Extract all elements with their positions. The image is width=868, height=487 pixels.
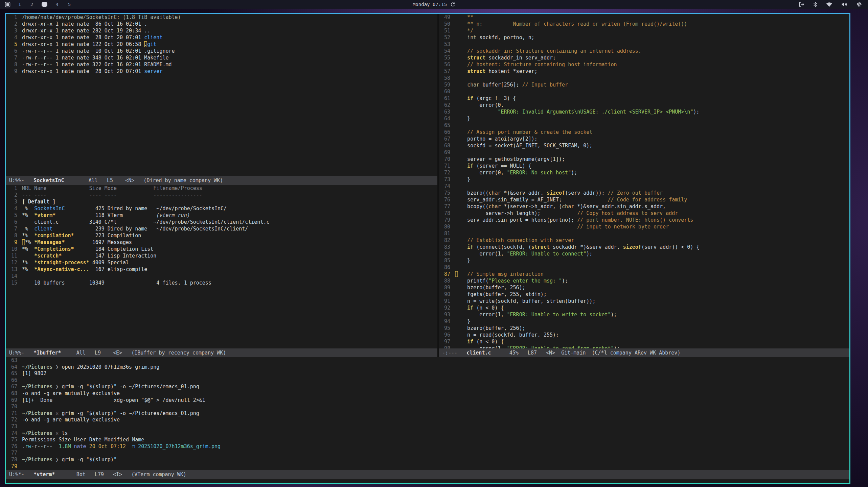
bluetooth-icon[interactable]	[813, 2, 817, 7]
buffer-line[interactable]: 64~/Pictures ❯ open 20251020_07h12m36s_g…	[6, 364, 849, 371]
buffer-line[interactable]: 3drwxr-xr-x 1 nate nate 282 Oct 19 20:34…	[6, 27, 437, 34]
workspace-3[interactable]	[42, 2, 47, 7]
buffer-line[interactable]: 4drwxr-xr-x 1 nate nate 28 Oct 20 07:01 …	[6, 34, 437, 41]
buffer-line[interactable]: 92 if (n < 0) {	[439, 305, 849, 311]
buffer-line[interactable]: 49 **	[439, 14, 849, 21]
buffer-line[interactable]: 72-o and -g are mutually exclusive	[6, 417, 849, 423]
buffer-line[interactable]: 83 if (connect(sockfd, (struct sockaddr …	[439, 244, 849, 250]
buffer-line[interactable]: 52 int sockfd, portno, n;	[439, 34, 849, 41]
buffer-line[interactable]: 72 error(0, "ERROR: No such host");	[439, 169, 849, 176]
settings-gear-icon[interactable]	[856, 2, 862, 7]
workspace-1[interactable]: 1	[17, 2, 22, 7]
buffer-line[interactable]: 12*% *straight-process* 4009 Special	[6, 259, 437, 266]
workspace-4[interactable]: 4	[55, 2, 60, 7]
buffer-line[interactable]: 15 10 buffers 10349 4 files, 1 process	[6, 279, 437, 286]
buffer-line[interactable]: 69[1]+ Done xdg-open "$@" > /dev/null 2>…	[6, 397, 849, 404]
ibuffer-window[interactable]: 1MRL Name Size Mode Filename/Process2---…	[6, 185, 437, 348]
buffer-line[interactable]: 78~/Pictures ❯ grim -g "$(slurp)"	[6, 457, 849, 463]
buffer-line[interactable]: 2--- ---- ---- ---- ----------------	[6, 192, 437, 198]
buffer-line[interactable]: 53	[439, 41, 849, 48]
buffer-line[interactable]: 67~/Pictures ❯ grim -g "$(slurp)" -o ~/P…	[6, 384, 849, 390]
buffer-line[interactable]: 66 // Assign port number & create the so…	[439, 129, 849, 136]
buffer-line[interactable]: 75Permissions Size User Date Modified Na…	[6, 437, 849, 443]
dired-window[interactable]: 1/home/nate/dev/probe/SocketsInC: (1.8 T…	[6, 14, 437, 176]
vterm-window[interactable]: 6364~/Pictures ❯ open 20251020_07h12m36s…	[6, 357, 849, 470]
buffer-line[interactable]: 7 % client 239 Dired by name ~/dev/probe…	[6, 225, 437, 232]
buffer-line[interactable]: 11 *scratch* 147 Lisp Interaction	[6, 252, 437, 259]
buffer-line[interactable]: 10*% *Completions* 184 Completion List	[6, 246, 437, 252]
buffer-line[interactable]: 65	[439, 122, 849, 129]
buffer-line[interactable]: 2drwxr-xr-x 1 nate nate 86 Oct 16 02:01 …	[6, 21, 437, 27]
screen-frame-icon[interactable]	[5, 2, 10, 7]
buffer-line[interactable]: 93 error(1, "ERROR: Unable to write to s…	[439, 311, 849, 318]
buffer-line[interactable]: 71 if (server == NULL) {	[439, 163, 849, 169]
buffer-line[interactable]: 4 % SocketsInC 425 Dired by name ~/dev/p…	[6, 205, 437, 212]
buffer-line[interactable]: 79	[6, 463, 849, 470]
buffer-line[interactable]: 62 error(0,	[439, 102, 849, 108]
buffer-line[interactable]: 80 // input to network byte order	[439, 223, 849, 230]
buffer-line[interactable]: 9drwxr-xr-x 1 nate nate 28 Oct 20 07:01 …	[6, 68, 437, 75]
buffer-line[interactable]: 76 serv_addr.sin_family = AF_INET; // Co…	[439, 196, 849, 203]
buffer-line[interactable]: 1/home/nate/dev/probe/SocketsInC: (1.8 T…	[6, 14, 437, 21]
buffer-line[interactable]: 73 }	[439, 176, 849, 183]
buffer-line[interactable]: 74	[439, 183, 849, 190]
buffer-line[interactable]: 55 struct sockaddr_in serv_addr;	[439, 54, 849, 61]
buffer-line[interactable]: 51 */	[439, 27, 849, 34]
buffer-line[interactable]: 85 }	[439, 257, 849, 264]
buffer-line[interactable]: 7-rw-r--r-- 1 nate nate 348 Oct 16 02:01…	[6, 54, 437, 61]
buffer-line[interactable]: 89 bzero(buffer, 256);	[439, 284, 849, 291]
minibuffer[interactable]	[6, 479, 849, 483]
buffer-line[interactable]: 57 struct hostent *server;	[439, 68, 849, 75]
buffer-line[interactable]: 67 portno = atoi(argv[2]);	[439, 136, 849, 142]
buffer-line[interactable]: 69	[439, 149, 849, 156]
buffer-line[interactable]: 75 bzero((char *)&serv_addr, sizeof(serv…	[439, 190, 849, 196]
buffer-line[interactable]: 3[ Default ]	[6, 198, 437, 205]
dired-modeline[interactable]: U:%%- SocketsInC All L5 <N> (Dired by na…	[6, 176, 437, 185]
buffer-line[interactable]: 77 bcopy((char *)server->h_addr, (char *…	[439, 203, 849, 210]
buffer-line[interactable]: 70	[6, 404, 849, 410]
buffer-line[interactable]: 76.rw-r--r-- 1.8M nate 20 Oct 07:12 ❐ 20…	[6, 443, 849, 450]
buffer-line[interactable]: 63	[6, 357, 849, 364]
buffer-line[interactable]: 86	[439, 264, 849, 271]
buffer-line[interactable]: 58	[439, 75, 849, 81]
wifi-icon[interactable]	[826, 2, 832, 7]
buffer-line[interactable]: 6-rw-r--r-- 1 nate nate 10 Oct 16 02:01 …	[6, 48, 437, 54]
buffer-line[interactable]: 1MRL Name Size Mode Filename/Process	[6, 185, 437, 192]
buffer-line[interactable]: 5drwxr-xr-x 1 nate nate 122 Oct 20 06:58…	[6, 41, 437, 48]
buffer-line[interactable]: 63 "ERROR: Invalid Arguments\nUSAGE: ./c…	[439, 108, 849, 115]
buffer-line[interactable]: 94 }	[439, 318, 849, 325]
buffer-line[interactable]: 88 printf("Please enter the msg: ");	[439, 277, 849, 284]
buffer-line[interactable]: 98 error(1, "ERROR: Unable to read from …	[439, 345, 849, 348]
buffer-line[interactable]: 81	[439, 230, 849, 237]
buffer-line[interactable]: 54 // sockaddr_in: Structure containing …	[439, 48, 849, 54]
buffer-line[interactable]: 9 *% *Messages* 1697 Messages	[6, 239, 437, 246]
vterm-modeline[interactable]: U:%*- *vterm* Bot L79 <I> (VTerm company…	[6, 470, 849, 479]
buffer-line[interactable]: 95 bzero(buffer, 256);	[439, 325, 849, 332]
buffer-line[interactable]: 14	[6, 273, 437, 279]
buffer-line[interactable]: 78 server->h_length); // Copy host addre…	[439, 210, 849, 217]
buffer-line[interactable]: 96 n = read(sockfd, buffer, 255);	[439, 332, 849, 338]
buffer-line[interactable]: 73	[6, 423, 849, 430]
buffer-line[interactable]: 91 n = write(sockfd, buffer, strlen(buff…	[439, 298, 849, 305]
buffer-line[interactable]: 6 client.c 3140 C/*l ~/dev/probe/Sockets…	[6, 219, 437, 225]
buffer-line[interactable]: 64 }	[439, 115, 849, 122]
buffer-line[interactable]: 82 // Establish connection with server	[439, 237, 849, 244]
buffer-line[interactable]: 13*% *Async-native-c... 167 elisp-compil…	[6, 266, 437, 273]
buffer-line[interactable]: 5*% *vterm* 118 VTerm (vterm run)	[6, 212, 437, 219]
buffer-line[interactable]: 8-rw-r--r-- 1 nate nate 322 Oct 16 02:01…	[6, 61, 437, 68]
buffer-line[interactable]: 74~/Pictures ✕ ls	[6, 430, 849, 437]
buffer-line[interactable]: 65[1] 9802	[6, 370, 849, 377]
buffer-line[interactable]: 70 server = gethostbyname(argv[1]);	[439, 156, 849, 163]
code-modeline[interactable]: -:--- client.c 45% L87 <N> Git-main (C/*…	[439, 348, 849, 357]
workspace-5[interactable]: 5	[67, 2, 72, 7]
buffer-line[interactable]: 66	[6, 377, 849, 384]
buffer-line[interactable]: 56 // hostent: Structure containing host…	[439, 61, 849, 68]
ibuffer-modeline[interactable]: U:%%- *Ibuffer* All L9 <E> (IBuffer by r…	[6, 348, 437, 357]
buffer-line[interactable]: 79 serv_addr.sin_port = htons(portno); /…	[439, 217, 849, 223]
buffer-line[interactable]: 77	[6, 450, 849, 457]
buffer-line[interactable]: 50 ** n: Number of characters read or wr…	[439, 21, 849, 27]
buffer-line[interactable]: 87 // Simple msg interaction	[439, 271, 849, 277]
buffer-line[interactable]: 71~/Pictures ✕ grim -g "$(slurp)" -o ~/P…	[6, 410, 849, 417]
buffer-line[interactable]: 59 char buffer[256]; // Input buffer	[439, 81, 849, 88]
volume-icon[interactable]	[841, 2, 848, 7]
